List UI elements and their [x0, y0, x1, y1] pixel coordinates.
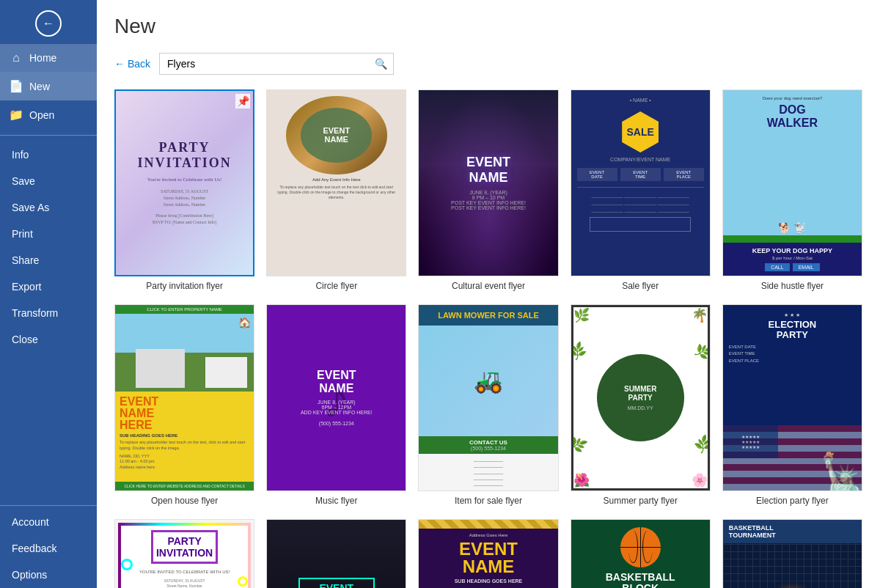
template-label-sale: Sale flyer [571, 276, 711, 293]
template-card-circle[interactable]: EVENTNAME Add Any Event Info Here To rep… [266, 89, 406, 293]
template-card-open-house[interactable]: CLICK TO ENTER PROPERTY NAME 🏠 EVENTNAME… [114, 304, 254, 507]
template-thumb-open-house: CLICK TO ENTER PROPERTY NAME 🏠 EVENTNAME… [114, 304, 254, 491]
sidebar-item-transform[interactable]: Transform [0, 300, 97, 326]
toolbar: ← Back 🔍 [114, 53, 862, 75]
template-thumb-party-invite: PARTYINVITATION You're Invited to Celebr… [114, 89, 254, 276]
template-label-music: Music flyer [266, 491, 406, 507]
nav-divider-1 [0, 135, 97, 136]
sidebar-item-print[interactable]: Print [0, 221, 97, 247]
search-bar: 🔍 [159, 53, 394, 75]
search-input[interactable] [160, 54, 369, 74]
template-thumb-item-sale: LAWN MOWER FOR SALE 🚜 CONTACT US (500) 5… [418, 304, 558, 491]
sidebar-open-label: Open [29, 109, 54, 121]
template-thumb-event2: EVENTNAME HERE SUB HEADING GOES HERE Pho… [266, 519, 406, 588]
template-thumb-basketball-block: BASKETBALLBLOCKPARTY DD MONTH Players en… [571, 519, 711, 588]
template-card-music[interactable]: ♪ EVENTNAME JUNE 8, (YEAR)6PM – 12PMADD … [266, 304, 406, 507]
sidebar-item-save[interactable]: Save [0, 168, 97, 194]
page-title: New [114, 15, 862, 38]
home-icon: ⌂ [9, 51, 23, 65]
sidebar-item-close[interactable]: Close [0, 326, 97, 353]
template-card-cultural[interactable]: EVENTNAME JUNE 8, (YEAR)8 PM – 10 PMPOST… [418, 89, 558, 293]
template-thumb-basketball-tournament: BASKETBALLTOURNAMENT 28 DEC [722, 519, 862, 588]
sidebar-home-label: Home [29, 52, 56, 64]
template-label-cultural: Cultural event flyer [418, 276, 558, 293]
template-thumb-circle: EVENTNAME Add Any Event Info Here To rep… [266, 89, 406, 276]
template-card-event2[interactable]: EVENTNAME HERE SUB HEADING GOES HERE Pho… [266, 519, 406, 588]
template-card-event3[interactable]: Address Goes Here EventName SUB HEADING … [418, 519, 558, 588]
template-thumb-party2: PARTYINVITATION YOU'RE INVITED TO CELEBR… [114, 519, 254, 588]
template-grid: PARTYINVITATION You're Invited to Celebr… [114, 89, 862, 588]
template-card-summer[interactable]: 🌿 🌴 🌺 🌸 🌿 🌿 🌿 🌿 SUMMERPARTY MM.DD.YY Sum… [571, 304, 711, 507]
template-label-circle: Circle flyer [266, 276, 406, 293]
template-label-election: Election party flyer [722, 491, 862, 507]
template-label-open-house: Open house flyer [114, 491, 254, 507]
template-card-sale[interactable]: • NAME • SALE COMPANY/EVENT NAME EVENTDA… [571, 89, 711, 293]
template-card-basketball-block[interactable]: BASKETBALLBLOCKPARTY DD MONTH Players en… [571, 519, 711, 588]
template-thumb-event3: Address Goes Here EventName SUB HEADING … [418, 519, 558, 588]
sidebar-item-options[interactable]: Options [0, 562, 97, 588]
template-thumb-summer: 🌿 🌴 🌺 🌸 🌿 🌿 🌿 🌿 SUMMERPARTY MM.DD.YY [571, 304, 711, 491]
template-card-item-sale[interactable]: LAWN MOWER FOR SALE 🚜 CONTACT US (500) 5… [418, 304, 558, 507]
sidebar-item-save-as[interactable]: Save As [0, 194, 97, 221]
open-icon: 📁 [9, 108, 23, 122]
template-thumb-election: ★ ★ ★ ELECTIONPARTY EVENT DATEEVENT TIME… [722, 304, 862, 491]
template-label-side-hustle: Side hustle flyer [722, 276, 862, 293]
template-thumb-sale: • NAME • SALE COMPANY/EVENT NAME EVENTDA… [571, 89, 711, 276]
template-card-party-invite[interactable]: PARTYINVITATION You're Invited to Celebr… [114, 89, 254, 293]
sidebar-new-label: New [29, 81, 50, 92]
sidebar-item-share[interactable]: Share [0, 247, 97, 273]
main-content: New ← Back 🔍 PARTYINVITATION You're Invi… [97, 0, 880, 588]
back-circle-btn[interactable]: ← [35, 10, 62, 37]
template-card-basketball-tournament[interactable]: BASKETBALLTOURNAMENT 28 DEC [722, 519, 862, 588]
template-card-side-hustle[interactable]: Does your dog need exercise? DOGWALKER 🐕… [722, 89, 862, 293]
sidebar-item-feedback[interactable]: Feedback [0, 535, 97, 562]
template-card-party2[interactable]: PARTYINVITATION YOU'RE INVITED TO CELEBR… [114, 519, 254, 588]
template-thumb-cultural: EVENTNAME JUNE 8, (YEAR)8 PM – 10 PMPOST… [418, 89, 558, 276]
template-label-summer: Summer party flyer [571, 491, 711, 507]
sidebar-item-info[interactable]: Info [0, 142, 97, 168]
sidebar-item-open[interactable]: 📁 Open [0, 100, 97, 129]
template-label-party-invite: Party invitation flyer [114, 276, 254, 293]
template-thumb-side-hustle: Does your dog need exercise? DOGWALKER 🐕… [722, 89, 862, 276]
back-button[interactable]: ← Back [114, 58, 150, 70]
sidebar-item-new[interactable]: 📄 New [0, 72, 97, 100]
pin-icon[interactable]: 📌 [235, 94, 250, 109]
sidebar-bottom: Account Feedback Options [0, 505, 97, 588]
new-icon: 📄 [9, 79, 23, 93]
template-thumb-music: ♪ EVENTNAME JUNE 8, (YEAR)6PM – 12PMADD … [266, 304, 406, 491]
template-label-item-sale: Item for sale flyer [418, 491, 558, 507]
sidebar: ← ⌂ Home 📄 New 📁 Open Info Save Save As … [0, 0, 97, 588]
sidebar-item-home[interactable]: ⌂ Home [0, 44, 97, 72]
sidebar-item-export[interactable]: Export [0, 273, 97, 300]
sidebar-item-account[interactable]: Account [0, 509, 97, 535]
template-card-election[interactable]: ★ ★ ★ ELECTIONPARTY EVENT DATEEVENT TIME… [722, 304, 862, 507]
search-button[interactable]: 🔍 [369, 54, 393, 74]
